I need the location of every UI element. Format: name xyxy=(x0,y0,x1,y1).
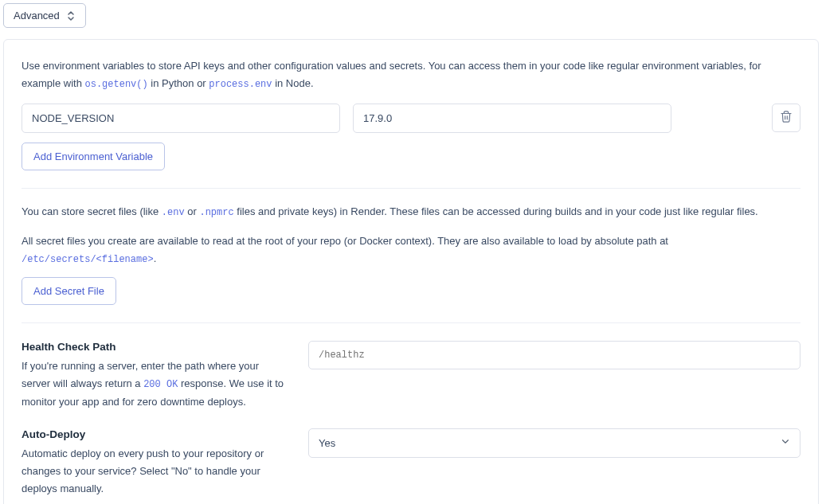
add-env-var-button[interactable]: Add Environment Variable xyxy=(22,143,165,170)
divider xyxy=(22,188,800,189)
code-process-env: process.env xyxy=(209,79,272,90)
advanced-panel: Use environment variables to store API k… xyxy=(3,39,819,504)
expand-collapse-icon xyxy=(66,10,76,21)
secrets-help-2: All secret files you create are availabl… xyxy=(22,232,800,268)
env-help-text: Use environment variables to store API k… xyxy=(22,57,800,92)
env-var-row xyxy=(22,104,800,133)
env-value-input[interactable] xyxy=(353,104,671,133)
secrets-block: You can store secret files (like .env or… xyxy=(22,203,800,305)
health-check-desc: If you're running a server, enter the pa… xyxy=(22,357,284,411)
code-200-ok: 200 OK xyxy=(143,379,178,390)
health-check-section: Health Check Path If you're running a se… xyxy=(22,341,800,411)
code-dotenv: .env xyxy=(162,207,185,218)
auto-deploy-section: Auto-Deploy Automatic deploy on every pu… xyxy=(22,428,800,498)
secrets-help-1: You can store secret files (like .env or… xyxy=(22,203,800,221)
code-os-getenv: os.getenv() xyxy=(84,79,147,90)
trash-icon xyxy=(780,110,793,126)
add-secret-file-button[interactable]: Add Secret File xyxy=(22,277,116,305)
divider xyxy=(22,322,800,323)
auto-deploy-title: Auto-Deploy xyxy=(22,428,284,440)
auto-deploy-value: Yes xyxy=(308,428,800,458)
auto-deploy-select[interactable]: Yes xyxy=(308,428,800,458)
code-npmrc: .npmrc xyxy=(199,207,233,218)
auto-deploy-desc: Automatic deploy on every push to your r… xyxy=(22,445,284,498)
code-secrets-path: /etc/secrets/<filename> xyxy=(22,254,154,265)
env-key-input[interactable] xyxy=(22,104,340,133)
advanced-toggle[interactable]: Advanced xyxy=(3,3,86,28)
delete-env-button[interactable] xyxy=(772,104,800,132)
health-check-path-input[interactable] xyxy=(308,341,800,369)
health-check-title: Health Check Path xyxy=(22,341,284,353)
advanced-toggle-label: Advanced xyxy=(14,10,60,21)
